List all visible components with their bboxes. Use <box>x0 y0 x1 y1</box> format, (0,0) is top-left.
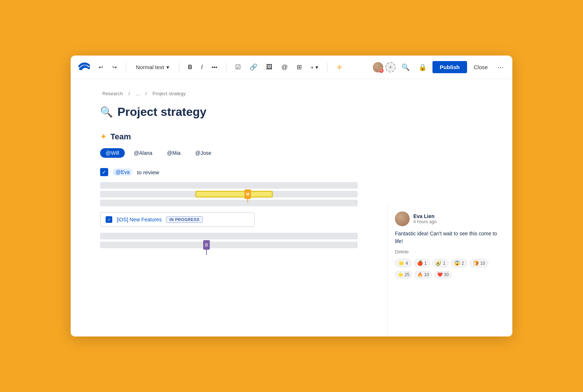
sparkle-icon: ✦ <box>100 132 107 142</box>
breadcrumb: Research / ... / Project strategy <box>100 91 358 96</box>
toolbar-divider-4 <box>327 62 328 72</box>
italic-button[interactable]: I <box>198 62 205 73</box>
reaction-star-emoji: 🌟 <box>398 260 404 266</box>
more-format-icon: ••• <box>212 64 218 70</box>
avatar-badge: G <box>379 68 384 73</box>
gantt-cursor-d: D <box>203 240 210 250</box>
reaction-bottom-heart-emoji: ❤️ <box>437 272 443 277</box>
mention-alana[interactable]: @Alana <box>128 148 158 158</box>
more-options-icon: ··· <box>497 63 504 71</box>
team-mentions: @Will @Alana @Mia @Jose <box>100 148 358 158</box>
content-area: Research / ... / Project strategy 🔍 Proj… <box>71 79 512 336</box>
reaction-bread[interactable]: 🍞 10 <box>470 259 488 267</box>
page-title[interactable]: Project strategy <box>117 105 206 119</box>
comment-body: Fantastic idea! Can't wait to see this c… <box>395 230 505 245</box>
image-button[interactable]: 🖼 <box>263 61 275 73</box>
gantt-row-5: D <box>100 242 358 248</box>
gantt-row-3 <box>100 200 358 206</box>
page-title-icon: 🔍 <box>100 106 113 118</box>
gantt-row-2: M <box>100 191 358 197</box>
reaction-bottom-star-count: 25 <box>404 272 409 277</box>
reaction-bottom-fire-count: 10 <box>424 272 429 277</box>
ios-feature-text[interactable]: [iOS] New Features <box>117 217 162 222</box>
team-section-heading: ✦ Team <box>100 132 358 142</box>
insert-chevron-icon: ▾ <box>315 64 318 71</box>
checklist-button[interactable]: ☑ <box>232 61 244 73</box>
collaborator-avatar: G <box>372 61 384 73</box>
breadcrumb-sep2: / <box>145 91 147 96</box>
more-format-button[interactable]: ••• <box>209 62 220 72</box>
reaction-avocado[interactable]: 🥑 1 <box>432 259 449 267</box>
gantt-row-4 <box>100 233 358 239</box>
add-collaborator-button[interactable]: + <box>385 62 396 72</box>
link-button[interactable]: 🔗 <box>247 61 260 73</box>
close-label: Close <box>474 64 488 70</box>
table-icon: ⊞ <box>297 63 302 71</box>
publish-button[interactable]: Publish <box>432 61 467 73</box>
reaction-bottom-heart[interactable]: ❤️ 30 <box>434 271 452 278</box>
reaction-bottom-star[interactable]: 🌟 25 <box>395 271 412 278</box>
text-style-dropdown[interactable]: Normal text ▾ <box>132 62 173 73</box>
team-heading: Team <box>110 132 131 142</box>
mention-jose[interactable]: @Jose <box>190 148 217 158</box>
more-options-button[interactable]: ··· <box>494 61 506 73</box>
reaction-bread-count: 10 <box>480 261 485 266</box>
reaction-apple-emoji: 🍎 <box>417 260 423 266</box>
reactions-bottom-row: 🌟 25 🔥 10 ❤️ 30 <box>395 271 505 278</box>
gantt-cursor-m: M <box>244 189 251 199</box>
toolbar: ↩ ↪ Normal text ▾ B I ••• ☑ 🔗 🖼 <box>71 56 512 79</box>
bold-button[interactable]: B <box>185 62 195 73</box>
breadcrumb-sep1: / <box>128 91 130 96</box>
page-title-area: 🔍 Project strategy <box>100 105 358 119</box>
mention-button[interactable]: @ <box>278 61 290 73</box>
comment-delete-button[interactable]: Delete <box>395 249 409 254</box>
reaction-apple-count: 1 <box>424 261 427 266</box>
undo-button[interactable]: ↩ <box>96 62 106 73</box>
search-button[interactable]: 🔍 <box>399 61 413 74</box>
toolbar-right: G + 🔍 🔒 Publish Close ··· <box>372 61 506 74</box>
comment-avatar <box>395 211 410 226</box>
gantt-chart-1: M <box>100 182 358 206</box>
checkbox-checked-1[interactable]: ✓ <box>100 168 108 176</box>
reaction-bottom-fire[interactable]: 🔥 10 <box>414 271 432 278</box>
breadcrumb-current: Project strategy <box>152 91 186 96</box>
task-eva: ✓ @Eva to review <box>100 168 358 176</box>
task-ios: ✓ [iOS] New Features IN PROGRESS <box>100 212 255 227</box>
insert-button[interactable]: + ▾ <box>308 62 321 73</box>
in-progress-badge: IN PROGRESS <box>166 216 203 223</box>
italic-icon: I <box>201 64 202 71</box>
mention-eva[interactable]: @Eva <box>113 168 132 176</box>
confluence-window: ↩ ↪ Normal text ▾ B I ••• ☑ 🔗 🖼 <box>71 56 512 336</box>
collaborators: G + <box>372 61 396 73</box>
lock-button[interactable]: 🔒 <box>416 61 430 74</box>
reaction-bread-emoji: 🍞 <box>473 260 479 266</box>
breadcrumb-ellipsis[interactable]: ... <box>136 91 140 96</box>
comment-avatar-image <box>395 211 410 226</box>
toolbar-divider-1 <box>126 62 126 72</box>
comment-time: 4 hours ago <box>413 219 437 224</box>
close-button[interactable]: Close <box>470 62 491 72</box>
reaction-shocked-count: 2 <box>462 261 464 266</box>
checkbox-ios[interactable]: ✓ <box>106 216 112 223</box>
image-icon: 🖼 <box>266 64 272 71</box>
reaction-apple[interactable]: 🍎 1 <box>414 259 430 267</box>
ai-button[interactable]: ✳ <box>333 61 346 74</box>
mention-will[interactable]: @Will <box>100 148 125 158</box>
reaction-avocado-count: 1 <box>443 261 445 266</box>
table-button[interactable]: ⊞ <box>294 61 305 73</box>
gantt-chart-2: D <box>100 233 358 248</box>
reaction-shocked[interactable]: 😱 2 <box>451 259 467 267</box>
checklist-icon: ☑ <box>235 63 241 71</box>
breadcrumb-research[interactable]: Research <box>102 91 123 96</box>
confluence-logo <box>77 60 93 75</box>
reaction-shocked-emoji: 😱 <box>454 260 460 266</box>
reaction-star-count: 4 <box>406 261 408 266</box>
mention-mia[interactable]: @Mia <box>162 148 186 158</box>
undo-icon: ↩ <box>99 64 103 71</box>
reaction-star[interactable]: 🌟 4 <box>395 259 411 267</box>
editor-area: Research / ... / Project strategy 🔍 Proj… <box>71 79 387 336</box>
reaction-avocado-emoji: 🥑 <box>435 260 441 266</box>
redo-button[interactable]: ↪ <box>109 62 120 73</box>
redo-icon: ↪ <box>112 64 117 71</box>
text-style-label: Normal text <box>136 64 164 70</box>
